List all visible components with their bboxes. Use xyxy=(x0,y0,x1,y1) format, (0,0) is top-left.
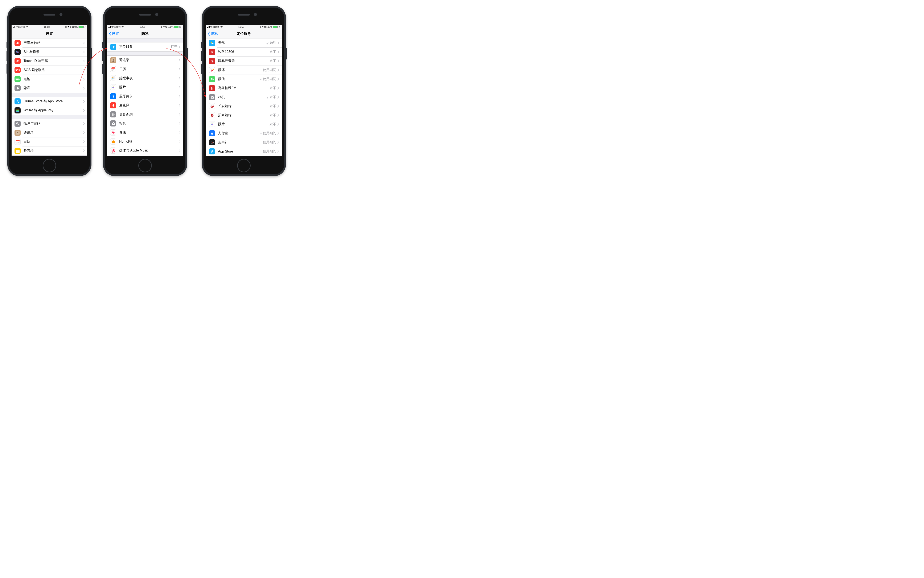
camera-icon xyxy=(110,120,116,127)
settings-row[interactable]: Wallet 与 Apple Pay xyxy=(11,106,87,115)
speech-icon xyxy=(110,111,116,117)
settings-row[interactable]: 通讯录 xyxy=(107,56,183,65)
chevron-right-icon xyxy=(278,50,279,54)
row-label: SOS 紧急联络 xyxy=(24,68,83,72)
chevron-right-icon xyxy=(83,78,85,81)
row-label: App Store xyxy=(218,149,263,153)
back-button[interactable]: 设置 xyxy=(109,31,119,36)
settings-row[interactable]: 照片 xyxy=(107,83,183,92)
settings-row[interactable]: HomeKit xyxy=(107,137,183,146)
settings-row[interactable]: 照片 永不 xyxy=(206,120,282,129)
row-label: 天气 xyxy=(218,41,266,45)
settings-row[interactable]: 电池 xyxy=(11,75,87,84)
bluetooth-icon xyxy=(110,93,116,99)
row-detail: 打开 xyxy=(171,45,177,49)
svg-point-70 xyxy=(211,43,213,44)
settings-row[interactable]: 隐私 xyxy=(11,84,87,93)
wechat-app-icon xyxy=(209,76,215,82)
settings-row[interactable]: 备忘录 xyxy=(11,146,87,155)
settings-row[interactable]: 支 支付宝 使用期间 xyxy=(206,129,282,138)
settings-row[interactable]: 日历 xyxy=(11,137,87,146)
settings-row[interactable]: 招商银行 永不 xyxy=(206,111,282,120)
battery-icon xyxy=(78,26,84,28)
settings-row[interactable]: SOS SOS 紧急联络 xyxy=(11,65,87,75)
chevron-right-icon xyxy=(179,140,181,143)
chevron-right-icon xyxy=(83,69,85,71)
row-label: 通讯录 xyxy=(119,58,179,62)
svg-point-48 xyxy=(112,77,113,78)
svg-rect-15 xyxy=(16,141,20,141)
alarm-icon xyxy=(70,26,72,28)
settings-row[interactable]: iTunes Store 与 App Store xyxy=(11,97,87,106)
settings-row[interactable]: 相机 xyxy=(107,119,183,128)
chevron-right-icon xyxy=(179,59,181,62)
settings-row[interactable]: 健康 xyxy=(107,128,183,137)
back-button[interactable]: 隐私 xyxy=(208,31,218,36)
chevron-right-icon xyxy=(278,150,279,153)
settings-row[interactable]: App Store 使用期间 xyxy=(206,147,282,156)
row-detail: 使用期间 xyxy=(263,149,276,154)
settings-row[interactable]: 微博 使用期间 xyxy=(206,65,282,75)
chevron-right-icon xyxy=(179,113,181,116)
location-status-icon xyxy=(262,26,264,28)
signal-icon xyxy=(207,26,210,28)
chevron-right-icon xyxy=(278,42,279,44)
signal-icon xyxy=(109,26,111,28)
settings-row[interactable]: Siri 与搜索 xyxy=(11,47,87,57)
navbar-privacy: 设置 隐私 xyxy=(107,29,183,39)
settings-row[interactable]: 媒体与 Apple Music xyxy=(107,146,183,155)
settings-row[interactable]: 相机 永不 xyxy=(206,93,282,102)
settings-row[interactable]: 指南针 使用期间 xyxy=(206,138,282,147)
row-label: 微信 xyxy=(218,77,259,81)
settings-row[interactable]: 天气 始终 xyxy=(206,39,282,47)
settings-row[interactable]: 声音与触感 xyxy=(11,39,87,47)
settings-row[interactable]: 日历 xyxy=(107,65,183,74)
settings-row[interactable]: 听 喜马拉雅FM 永不 xyxy=(206,84,282,93)
settings-row[interactable]: 通讯录 xyxy=(11,128,87,137)
charging-icon: ⚡︎ xyxy=(84,26,86,28)
page-title: 设置 xyxy=(11,31,87,36)
row-label: 网易云音乐 xyxy=(218,59,270,63)
alipay-app-icon: 支 xyxy=(209,130,215,136)
svg-point-80 xyxy=(212,79,213,80)
settings-row[interactable]: 麦克风 xyxy=(107,101,183,110)
row-detail: 永不 xyxy=(270,113,276,117)
touchid-icon xyxy=(15,58,21,64)
location-services-list[interactable]: 天气 始终 铁路12306 永不 网易云音乐 永不 微博 使用期间 微信 使用期… xyxy=(206,39,282,156)
row-detail: 使用期间 xyxy=(263,68,276,72)
settings-row[interactable]: 蓝牙共享 xyxy=(107,92,183,101)
settings-row[interactable]: 微信 使用期间 xyxy=(206,75,282,84)
settings-row[interactable]: Touch ID 与密码 xyxy=(11,57,87,65)
row-detail: 永不 xyxy=(270,50,276,54)
settings-row[interactable]: 运动与健身 xyxy=(107,155,183,156)
settings-row[interactable]: 长安银行 永不 xyxy=(206,102,282,111)
privacy-list[interactable]: 定位服务 打开 通讯录 日历 提醒事项 照片 蓝牙共享 麦克风 语音识别 xyxy=(107,39,183,156)
appstore-icon xyxy=(15,98,21,104)
settings-row[interactable]: 帐户与密码 xyxy=(11,119,87,128)
svg-point-22 xyxy=(18,142,18,143)
settings-row[interactable]: 网易云音乐 永不 xyxy=(206,57,282,65)
carrier-label: 中国联通 xyxy=(16,26,25,29)
svg-point-23 xyxy=(18,142,18,143)
settings-row[interactable]: 提醒事项 xyxy=(107,74,183,83)
railway-app-icon xyxy=(209,49,215,55)
alarm-icon xyxy=(165,26,167,28)
status-bar: 中国联通 16:59 ⊕100%⚡︎ xyxy=(206,25,282,29)
row-label: 帐户与密码 xyxy=(24,122,83,126)
settings-list[interactable]: 声音与触感 Siri 与搜索 Touch ID 与密码 SOS SOS 紧急联络… xyxy=(11,39,87,156)
svg-point-49 xyxy=(112,78,113,79)
settings-group: 天气 始终 铁路12306 永不 网易云音乐 永不 微博 使用期间 微信 使用期… xyxy=(206,39,282,156)
settings-row[interactable]: 铁路12306 永不 xyxy=(206,47,282,57)
svg-point-41 xyxy=(112,70,112,70)
row-detail: 永不 xyxy=(270,59,276,63)
battery-icon xyxy=(273,26,278,28)
svg-rect-9 xyxy=(16,111,19,112)
mic-icon xyxy=(110,102,116,109)
settings-row[interactable]: 定位服务 打开 xyxy=(107,42,183,52)
battery-pct: 100% xyxy=(266,26,272,28)
row-label: Siri 与搜索 xyxy=(24,50,83,54)
chevron-right-icon xyxy=(83,100,85,103)
settings-row[interactable]: 语音识别 xyxy=(107,110,183,119)
row-detail: 始终 xyxy=(266,41,276,45)
row-label: 备忘录 xyxy=(24,149,83,153)
